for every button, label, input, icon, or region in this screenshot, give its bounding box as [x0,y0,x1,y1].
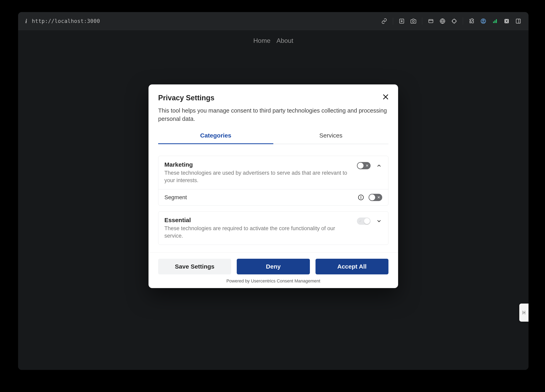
panel-icon[interactable] [504,18,510,24]
link-icon[interactable] [381,18,387,24]
profile-icon[interactable] [480,18,486,24]
category-title: Essential [164,217,353,224]
sidebar-icon[interactable] [515,18,521,24]
toggle-segment[interactable]: ✕ [369,194,382,201]
tab-categories[interactable]: Categories [158,128,273,144]
browser-urlbar: i http://localhost:3000 [18,12,528,30]
globe-icon[interactable] [440,18,446,24]
modal-description: This tool helps you manage consent to th… [158,106,389,123]
signal-icon[interactable] [492,18,498,24]
save-settings-button[interactable]: Save Settings [158,259,231,274]
close-button[interactable] [381,93,390,101]
category-title: Marketing [164,161,353,168]
service-name: Segment [164,194,353,201]
chevron-up-icon[interactable] [376,162,382,169]
modal-footer: Save Settings Deny Accept All Powered by… [149,253,398,288]
tab-services[interactable]: Services [273,128,389,144]
category-marketing: Marketing These technologies are used by… [158,156,389,206]
categories-list: Marketing These technologies are used by… [149,150,398,253]
site-info-icon[interactable]: i [25,18,27,25]
separator [463,18,463,25]
camera-icon[interactable] [410,18,416,24]
extension-icon[interactable] [469,18,475,24]
powered-link[interactable]: Usercentrics Consent Management [251,278,320,283]
svg-rect-2 [429,19,433,23]
chevron-down-icon[interactable] [376,218,382,224]
service-segment: Segment ✕ [158,189,388,205]
url-text[interactable]: http://localhost:3000 [32,18,100,24]
separator [422,18,422,25]
svg-point-15 [361,196,361,196]
svg-rect-9 [496,19,497,23]
deny-button[interactable]: Deny [237,259,310,274]
category-description: These technologies are required to activ… [164,225,353,239]
svg-rect-11 [516,19,520,23]
category-essential: Essential These technologies are require… [158,211,389,245]
toggle-essential: ✓ [357,218,371,225]
modal-tabs: Categories Services [158,128,389,144]
toolbar-icons [381,18,521,25]
toggle-marketing[interactable]: ✕ [357,162,371,169]
side-tab[interactable] [519,304,528,322]
modal-title: Privacy Settings [158,94,389,102]
modal-overlay: Privacy Settings This tool helps you man… [18,30,528,370]
download-icon[interactable] [399,18,405,24]
svg-rect-7 [493,21,494,23]
accept-all-button[interactable]: Accept All [316,259,389,274]
svg-rect-8 [495,20,495,23]
folder-icon[interactable] [428,18,434,24]
crosshair-icon[interactable] [451,18,457,24]
privacy-modal: Privacy Settings This tool helps you man… [149,84,398,288]
separator [393,18,393,25]
svg-point-1 [412,20,414,22]
category-description: These technologies are used by advertise… [164,169,353,184]
powered-by: Powered by Usercentrics Consent Manageme… [158,278,389,284]
browser-window: i http://localhost:3000 [18,12,528,370]
powered-prefix: Powered by [226,278,251,283]
info-icon[interactable] [358,194,364,201]
